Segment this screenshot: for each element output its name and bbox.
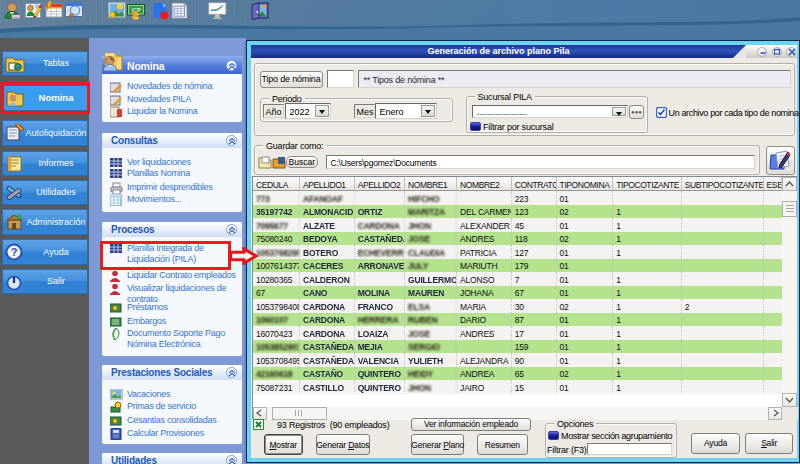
svg-text:?: ? bbox=[11, 246, 18, 258]
